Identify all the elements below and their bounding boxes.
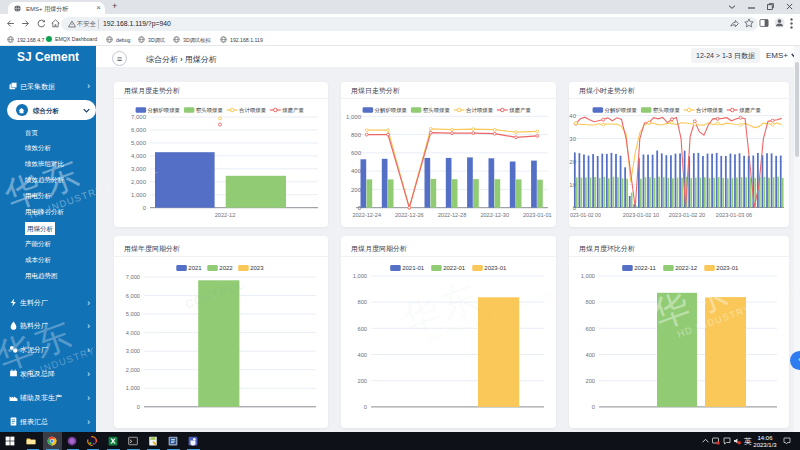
svg-text:1,000: 1,000: [353, 273, 367, 279]
svg-text:7,000: 7,000: [131, 114, 147, 120]
svg-text:800: 800: [351, 132, 362, 138]
svg-text:3,000: 3,000: [131, 166, 147, 172]
svg-text:合计喂煤量: 合计喂煤量: [466, 107, 494, 114]
svg-text:800: 800: [586, 299, 596, 305]
svg-text:400: 400: [351, 168, 362, 174]
svg-text:400: 400: [358, 352, 368, 358]
svg-text:4,000: 4,000: [131, 153, 147, 159]
svg-text:6,000: 6,000: [126, 293, 140, 299]
svg-text:2022-11: 2022-11: [634, 265, 656, 271]
svg-text:800: 800: [358, 299, 368, 305]
svg-text:分解炉喂煤量: 分解炉喂煤量: [375, 107, 408, 114]
svg-text:600: 600: [358, 326, 368, 332]
svg-text:600: 600: [586, 326, 596, 332]
svg-text:2023-01-02 20: 2023-01-02 20: [669, 212, 705, 218]
svg-text:2022-12-24: 2022-12-24: [352, 212, 381, 218]
svg-text:2023-01-01: 2023-01-01: [523, 212, 552, 218]
svg-text:1,000: 1,000: [581, 273, 595, 279]
svg-text:200: 200: [586, 378, 596, 384]
svg-text:7,000: 7,000: [126, 274, 140, 280]
svg-text:6,000: 6,000: [131, 127, 147, 133]
svg-text:窑头喂煤量: 窑头喂煤量: [653, 107, 681, 113]
svg-text:2023-01: 2023-01: [716, 265, 739, 271]
svg-text:0: 0: [364, 404, 367, 410]
svg-text:2022-12-28: 2022-12-28: [438, 212, 467, 218]
svg-text:1,000: 1,000: [346, 114, 362, 120]
svg-text:2,000: 2,000: [131, 179, 147, 185]
svg-text:合计喂煤量: 合计喂煤量: [239, 107, 267, 114]
svg-text:2021-01: 2021-01: [402, 265, 425, 271]
svg-text:2022-01: 2022-01: [443, 265, 466, 271]
svg-text:3,000: 3,000: [126, 348, 140, 354]
svg-text:煤磨产量: 煤磨产量: [282, 107, 304, 114]
svg-text:窑头喂煤量: 窑头喂煤量: [196, 107, 224, 113]
svg-text:2023: 2023: [250, 265, 264, 271]
svg-text:0: 0: [137, 404, 140, 410]
svg-text:1,000: 1,000: [126, 385, 140, 391]
svg-text:400: 400: [586, 352, 596, 358]
svg-text:30: 30: [569, 136, 576, 142]
svg-text:4,000: 4,000: [126, 330, 140, 336]
svg-text:40: 40: [569, 113, 576, 119]
svg-text:2023-01: 2023-01: [484, 265, 507, 271]
svg-text:2021: 2021: [188, 265, 202, 271]
svg-text:600: 600: [351, 150, 362, 156]
svg-text:合计喂煤量: 合计喂煤量: [696, 107, 724, 114]
svg-text:200: 200: [358, 378, 368, 384]
svg-text:2,000: 2,000: [126, 367, 140, 373]
svg-text:窑头喂煤量: 窑头喂煤量: [423, 107, 451, 113]
svg-text:煤磨产量: 煤磨产量: [509, 107, 531, 114]
svg-text:5,000: 5,000: [131, 140, 147, 146]
svg-text:5,000: 5,000: [126, 311, 140, 317]
svg-text:分解炉喂煤量: 分解炉喂煤量: [605, 107, 638, 114]
svg-text:2023-01-03 06: 2023-01-03 06: [716, 212, 752, 218]
svg-text:023-01-02 00: 023-01-02 00: [570, 212, 601, 218]
svg-text:2022-12: 2022-12: [675, 265, 698, 271]
svg-text:0: 0: [592, 404, 595, 410]
svg-text:2022: 2022: [219, 265, 233, 271]
svg-text:1,000: 1,000: [131, 192, 147, 198]
svg-text:煤磨产量: 煤磨产量: [739, 107, 761, 114]
svg-text:2023-01-02 10: 2023-01-02 10: [623, 212, 659, 218]
svg-text:0: 0: [143, 205, 147, 211]
svg-text:2022-12-30: 2022-12-30: [480, 212, 509, 218]
svg-text:200: 200: [351, 187, 362, 193]
svg-text:分解炉喂煤量: 分解炉喂煤量: [148, 107, 181, 114]
svg-text:2022-12: 2022-12: [215, 212, 236, 218]
svg-text:2022-12-26: 2022-12-26: [395, 212, 424, 218]
